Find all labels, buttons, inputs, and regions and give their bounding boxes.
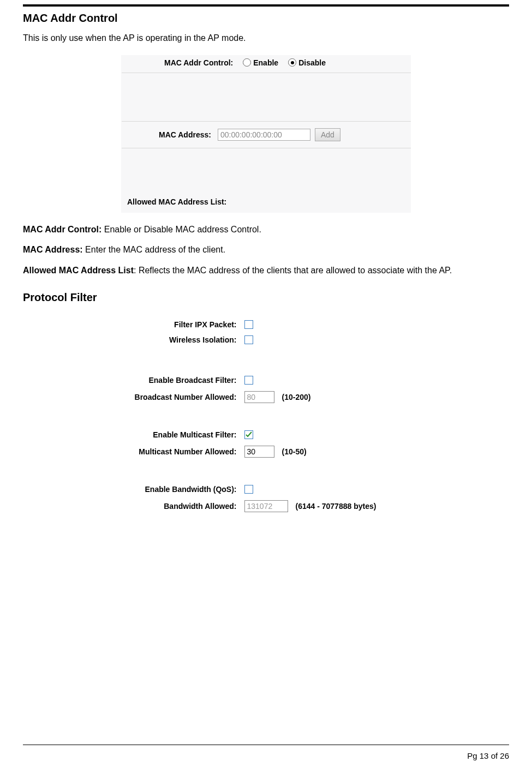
label-multicast-number: Multicast Number Allowed: <box>103 447 244 456</box>
input-bandwidth-allowed[interactable] <box>244 500 288 512</box>
mac-spacer <box>122 73 411 122</box>
desc-allowed-list-label: Allowed MAC Address List <box>23 266 134 275</box>
section-intro-mac: This is only use when the AP is operatin… <box>23 31 509 45</box>
input-multicast-number[interactable] <box>244 446 274 458</box>
add-button[interactable]: Add <box>315 128 340 141</box>
checkbox-enable-multicast[interactable] <box>244 430 253 439</box>
radio-enable[interactable]: Enable <box>243 58 278 67</box>
checkbox-enable-qos[interactable] <box>244 485 253 494</box>
radio-disable-dot <box>288 58 296 67</box>
pf-group-2: Enable Broadcast Filter: Broadcast Numbe… <box>103 369 430 412</box>
check-icon <box>246 431 252 438</box>
row-enable-broadcast: Enable Broadcast Filter: <box>103 373 430 388</box>
desc-mac-address-text: Enter the MAC address of the client. <box>85 245 225 254</box>
label-bandwidth-allowed: Bandwidth Allowed: <box>103 502 244 511</box>
row-bandwidth-allowed: Bandwidth Allowed: (6144 - 7077888 bytes… <box>103 497 430 515</box>
hint-broadcast: (10-200) <box>282 393 311 401</box>
allowed-mac-list-label: Allowed MAC Address List: <box>122 148 411 213</box>
document-page: MAC Addr Control This is only use when t… <box>0 4 532 768</box>
row-broadcast-number: Broadcast Number Allowed: (10-200) <box>103 388 430 406</box>
label-broadcast-number: Broadcast Number Allowed: <box>103 393 244 401</box>
desc-mac-control: MAC Addr Control: Enable or Disable MAC … <box>23 223 509 237</box>
radio-disable[interactable]: Disable <box>288 58 326 67</box>
row-filter-ipx: Filter IPX Packet: <box>103 317 430 332</box>
label-filter-ipx: Filter IPX Packet: <box>103 320 244 329</box>
figure-protocol-filter: Filter IPX Packet: Wireless Isolation: E… <box>23 310 509 526</box>
figure-mac-control: MAC Addr Control: Enable Disable MAC Add… <box>23 55 509 213</box>
protocol-filter-panel: Filter IPX Packet: Wireless Isolation: E… <box>100 310 432 526</box>
label-enable-qos: Enable Bandwidth (QoS): <box>103 485 244 494</box>
radio-enable-label: Enable <box>253 58 278 67</box>
desc-mac-address-label: MAC Address: <box>23 245 85 254</box>
mac-control-panel: MAC Addr Control: Enable Disable MAC Add… <box>121 55 411 213</box>
pf-group-3: Enable Multicast Filter: Multicast Numbe… <box>103 424 430 466</box>
page-number: Pg 13 of 26 <box>467 751 509 760</box>
pf-group-4: Enable Bandwidth (QoS): Bandwidth Allowe… <box>103 478 430 521</box>
desc-mac-control-label: MAC Addr Control: <box>23 225 104 234</box>
label-enable-multicast: Enable Multicast Filter: <box>103 430 244 439</box>
desc-allowed-list: Allowed MAC Address List: Reflects the M… <box>23 263 509 278</box>
desc-mac-control-text: Enable or Disable MAC address Control. <box>104 225 261 234</box>
hint-bandwidth: (6144 - 7077888 bytes) <box>296 502 376 511</box>
label-enable-broadcast: Enable Broadcast Filter: <box>103 376 244 385</box>
section-heading-protocol: Protocol Filter <box>23 291 509 304</box>
row-enable-multicast: Enable Multicast Filter: <box>103 427 430 442</box>
bottom-rule <box>23 745 509 745</box>
radio-disable-label: Disable <box>298 58 326 67</box>
radio-enable-dot <box>243 58 251 67</box>
input-broadcast-number[interactable] <box>244 391 274 403</box>
row-enable-qos: Enable Bandwidth (QoS): <box>103 482 430 497</box>
checkbox-enable-broadcast[interactable] <box>244 376 253 385</box>
checkbox-wireless-isolation[interactable] <box>244 335 253 344</box>
section-heading-mac: MAC Addr Control <box>23 12 509 25</box>
mac-address-input[interactable] <box>218 129 310 141</box>
mac-control-label: MAC Addr Control: <box>164 58 233 67</box>
hint-multicast: (10-50) <box>282 447 307 456</box>
pf-group-1: Filter IPX Packet: Wireless Isolation: <box>103 314 430 353</box>
mac-control-row: MAC Addr Control: Enable Disable <box>122 55 411 73</box>
label-wireless-isolation: Wireless Isolation: <box>103 335 244 344</box>
row-wireless-isolation: Wireless Isolation: <box>103 332 430 347</box>
desc-allowed-list-text: : Reflects the MAC address of the client… <box>134 266 452 275</box>
checkbox-filter-ipx[interactable] <box>244 320 253 329</box>
row-multicast-number: Multicast Number Allowed: (10-50) <box>103 442 430 461</box>
top-rule <box>23 4 509 7</box>
desc-mac-address: MAC Address: Enter the MAC address of th… <box>23 243 509 257</box>
mac-address-label: MAC Address: <box>159 130 211 139</box>
mac-address-row: MAC Address: Add <box>122 122 411 148</box>
